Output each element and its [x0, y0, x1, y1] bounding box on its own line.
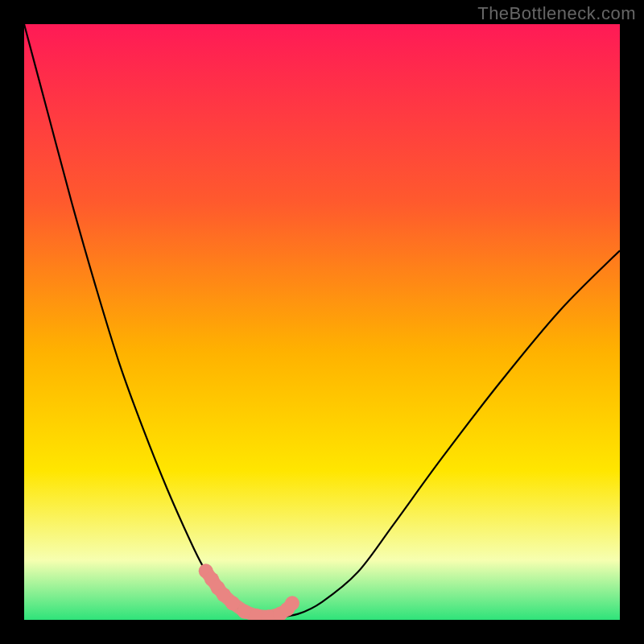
- attribution-label: TheBottleneck.com: [477, 3, 636, 24]
- gradient-background: [24, 24, 620, 620]
- plot-area: [24, 24, 620, 620]
- marker-dot: [285, 596, 299, 610]
- marker-dot: [225, 596, 240, 610]
- chart-frame: TheBottleneck.com: [0, 0, 644, 644]
- bottleneck-chart: [24, 24, 620, 620]
